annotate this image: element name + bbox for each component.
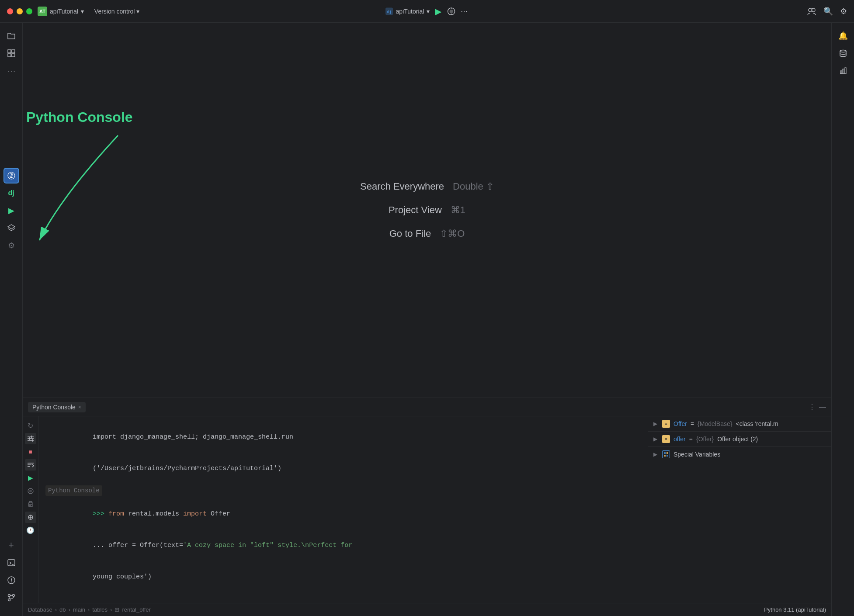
sidebar-item-django[interactable]: dj [3,185,19,201]
maximize-button[interactable] [26,8,32,14]
svg-rect-15 [8,560,15,566]
collab-icon[interactable] [807,7,816,16]
breadcrumb-tables: tables [92,606,108,613]
run-config[interactable]: dj apiTutorial ▾ [385,7,430,15]
var-name-special: Special Variables [673,451,720,458]
settings-icon[interactable]: ⚙ [840,7,847,16]
shortcut-search: Search Everywhere Double ⇧ [360,181,494,192]
svg-point-20 [8,595,10,597]
run-button[interactable]: ▶ [435,6,441,17]
run-config-name: apiTutorial [396,8,424,15]
sidebar-item-run[interactable]: ▶ [3,203,19,218]
titlebar-center: dj apiTutorial ▾ ▶ ⋯ [385,6,469,17]
expand-icon[interactable]: ▶ [653,421,659,427]
expand-icon-3[interactable]: ▶ [653,451,659,457]
project-selector[interactable]: AT apiTutorial ▾ [38,7,84,16]
var-name-offer-obj: offer [673,436,686,443]
breadcrumb: Database › db › main › tables › ⊞ rental… [28,606,151,613]
statusbar: Database › db › main › tables › ⊞ rental… [23,603,831,616]
project-view-keys: ⌘1 [451,204,465,216]
variable-item-offer-class[interactable]: ▶ ≡ Offer = {ModelBase} <class 'rental.m [648,416,831,432]
restart-console-button[interactable]: ↻ [25,420,36,431]
stop-button[interactable]: ■ [25,446,36,457]
console-line-1: import django_manage_shell; django_manag… [45,422,641,453]
svg-rect-45 [664,455,666,457]
breadcrumb-table-icon: ⊞ [115,606,119,613]
panel-tab-close-icon[interactable]: × [78,404,81,410]
panel-content: ↻ ■ [23,416,831,603]
variable-item-offer-obj[interactable]: ▶ ≡ offer = {Offer} Offer object (2) [648,432,831,447]
close-button[interactable] [7,8,13,14]
expand-icon-2[interactable]: ▶ [653,436,659,442]
scroll-settings-button[interactable] [25,459,36,471]
sidebar-item-folder[interactable] [3,28,19,44]
left-sidebar: ⋯ dj ▶ ⚙ + [0,23,23,616]
sidebar-item-terminal[interactable] [3,555,19,571]
main-layout: ⋯ dj ▶ ⚙ + [0,23,854,616]
var-name-offer-class: Offer [673,420,687,427]
database-icon[interactable] [835,45,851,61]
svg-rect-49 [840,71,842,74]
titlebar: AT apiTutorial ▾ Version control ▾ dj ap… [0,0,854,23]
var-type-2: {Offer} [696,436,714,443]
traffic-lights [7,8,32,14]
version-control-selector[interactable]: Version control ▾ [94,8,140,15]
more-actions-button[interactable]: ⋯ [461,7,469,15]
console-line-5: young couples') [45,561,641,593]
var-eq-2: = [689,436,693,443]
debug-action-button[interactable] [25,485,36,497]
sidebar-item-git[interactable] [3,590,19,606]
titlebar-right: 🔍 ⚙ [807,7,847,16]
view-toggle-button[interactable] [25,512,36,523]
var-type-icon: ≡ [662,420,670,428]
python-version: Python 3.11 (apiTutorial) [764,606,826,613]
shortcut-goto: Go to File ⇧⌘O [389,228,465,239]
svg-rect-50 [843,69,844,74]
breadcrumb-database: Database [28,606,52,613]
svg-rect-8 [8,50,11,53]
sidebar-item-add[interactable]: + [3,537,19,553]
svg-rect-10 [8,54,11,57]
show-settings-button[interactable] [25,433,36,444]
sidebar-item-python-console[interactable] [3,168,19,183]
panel-tab-python-console[interactable]: Python Console × [28,402,86,412]
svg-point-14 [11,176,12,177]
go-to-file-keys: ⇧⌘O [440,228,465,239]
console-line-4: ... offer = Offer(text='A cozy space in … [45,530,641,561]
project-icon: AT [38,7,47,16]
breadcrumb-main: main [73,606,85,613]
sidebar-item-more[interactable]: ⋯ [3,63,19,79]
svg-rect-9 [12,50,15,53]
sidebar-item-settings-gear[interactable]: ⚙ [3,238,19,253]
variable-item-special[interactable]: ▶ Special Variables [648,447,831,462]
svg-point-47 [840,50,846,52]
variables-panel: ▶ ≡ Offer = {ModelBase} <class 'rental.m… [648,416,831,603]
chart-icon[interactable] [835,63,851,79]
notifications-icon[interactable]: 🔔 [835,28,851,44]
console-line-2: ('/Users/jetbrains/PycharmProjects/apiTu… [45,453,641,484]
project-view-label: Project View [389,204,442,216]
sidebar-item-layers[interactable] [3,220,19,236]
project-name: apiTutorial [50,8,78,15]
panel-menu-icon[interactable]: ⋮ [809,403,816,411]
svg-rect-46 [667,455,668,457]
console-line-3: >>> from rental.models import Offer [45,498,641,530]
minimize-button[interactable] [17,8,23,14]
run-config-chevron-icon: ▾ [427,8,430,15]
debug-button[interactable] [447,7,455,16]
panel-minimize-icon[interactable]: — [819,403,826,411]
search-everywhere-icon[interactable]: 🔍 [823,7,833,16]
svg-text:dj: dj [387,10,392,14]
panel-tab-label: Python Console [32,404,76,411]
sidebar-item-layout[interactable] [3,45,19,61]
shortcut-project: Project View ⌘1 [389,204,465,216]
console-output[interactable]: import django_manage_shell; django_manag… [38,416,648,603]
history-button[interactable]: 🕐 [25,525,36,536]
run-action-button[interactable]: ▶ [25,472,36,484]
run-config-icon: dj [385,7,393,15]
search-everywhere-label: Search Everywhere [360,181,444,192]
breadcrumb-db: db [59,606,66,613]
var-eq-1: = [691,420,694,427]
sidebar-item-warning[interactable] [3,572,19,588]
print-button[interactable] [25,498,36,510]
